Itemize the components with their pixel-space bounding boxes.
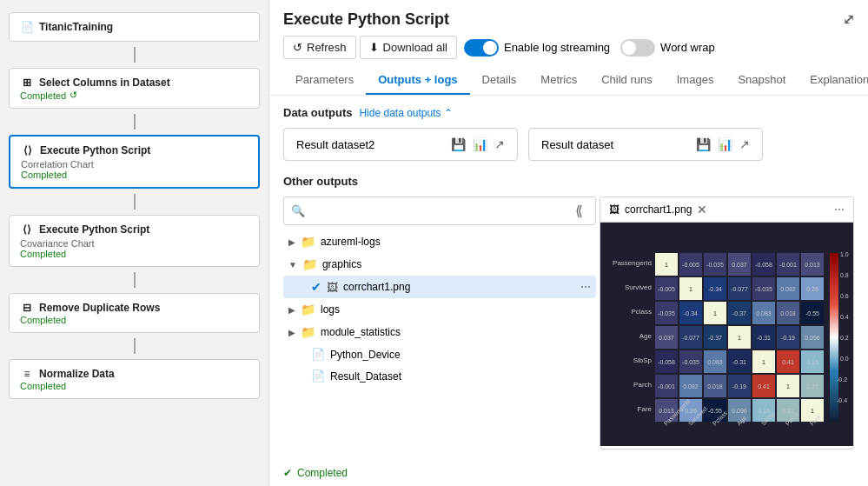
svg-text:0.22: 0.22 (782, 408, 794, 414)
connector (9, 192, 260, 211)
tab-outputs-logs[interactable]: Outputs + logs (366, 66, 469, 95)
download-icon: ⬇ (369, 41, 379, 54)
panel-header: Execute Python Script ⤢ ↺ Refresh ⬇ Down… (269, 0, 868, 96)
preview-close-button[interactable]: ✕ (697, 203, 707, 216)
tab-parameters[interactable]: Parameters (283, 66, 366, 95)
svg-text:0.41: 0.41 (782, 359, 794, 365)
word-wrap-toggle[interactable]: Word wrap (620, 39, 715, 57)
connector (9, 112, 260, 131)
collapse-button[interactable]: ⟪ (570, 201, 588, 221)
tab-explanations[interactable]: Explanations (preview) (798, 66, 868, 95)
folder-label: logs (321, 303, 340, 316)
log-streaming-toggle[interactable]: Enable log streaming (464, 39, 610, 57)
panel-title-row: Execute Python Script ⤢ (283, 10, 854, 29)
preview-panel: 🖼 corrchart1.png ✕ ⋯ PassengerId Survive… (600, 196, 854, 449)
file-tree-search[interactable]: 🔍 ⟪ (283, 196, 596, 225)
folder-azureml-logs[interactable]: ▶ 📁 azureml-logs (283, 230, 596, 253)
node-titanic-training[interactable]: 📄 TitanicTraining (9, 12, 260, 42)
export-icon[interactable]: ↗ (739, 137, 750, 151)
svg-text:-0.31: -0.31 (732, 359, 746, 365)
tab-snapshot[interactable]: Snapshot (726, 66, 798, 95)
log-streaming-switch[interactable] (464, 39, 499, 57)
image-file-icon: 🖼 (609, 203, 620, 216)
refresh-label: Refresh (307, 41, 347, 54)
svg-text:0.4: 0.4 (840, 314, 849, 320)
export-icon[interactable]: ↗ (494, 137, 505, 151)
svg-text:-0.001: -0.001 (779, 262, 797, 268)
node-execute-python-2[interactable]: ⟨⟩ Execute Python Script Covariance Char… (9, 215, 260, 267)
svg-text:-0.005: -0.005 (682, 262, 699, 268)
svg-text:0.26: 0.26 (806, 286, 818, 292)
tab-metrics[interactable]: Metrics (528, 66, 589, 95)
tab-child-runs[interactable]: Child runs (589, 66, 665, 95)
node-normalize-data[interactable]: ≡ Normalize Data Completed (9, 359, 260, 399)
svg-text:-0.058: -0.058 (658, 359, 675, 365)
data-outputs-title: Data outputs (283, 106, 352, 119)
svg-text:0.083: 0.083 (707, 359, 723, 365)
panel-title: Execute Python Script (283, 10, 449, 29)
svg-text:0.018: 0.018 (707, 383, 723, 389)
svg-text:1: 1 (786, 383, 790, 389)
chevron-right-icon: ▶ (288, 237, 295, 247)
node-title: Execute Python Script (39, 223, 149, 236)
node-subtitle: Covariance Chart (20, 238, 248, 249)
folder-logs[interactable]: ▶ 📁 logs (283, 298, 596, 321)
titanic-training-icon: 📄 (20, 20, 34, 34)
svg-text:0.8: 0.8 (840, 272, 849, 278)
file-label: Result_Dataset (330, 370, 401, 383)
svg-text:-0.37: -0.37 (708, 335, 722, 341)
node-title: Execute Python Script (40, 144, 150, 156)
word-wrap-switch[interactable] (620, 39, 655, 57)
save-icon[interactable]: 💾 (451, 137, 466, 151)
svg-text:-0.001: -0.001 (658, 383, 675, 389)
svg-text:-0.4: -0.4 (837, 397, 847, 403)
preview-more-icon[interactable]: ⋯ (834, 203, 845, 216)
python-script-icon-1: ⟨⟩ (21, 143, 35, 157)
save-icon[interactable]: 💾 (696, 137, 711, 151)
svg-text:-0.2: -0.2 (837, 376, 847, 383)
svg-text:0.018: 0.018 (780, 310, 796, 316)
other-outputs-section: 🔍 ⟪ ▶ 📁 azureml-logs ▼ 📁 graphics (283, 196, 854, 449)
output-card-label: Result dataset (541, 138, 613, 151)
svg-text:Fare: Fare (637, 405, 652, 413)
folder-label: graphics (322, 258, 361, 270)
chart-icon[interactable]: 📊 (473, 137, 487, 151)
node-status: Completed (21, 170, 248, 180)
status-check-icon: ✔ (283, 467, 292, 479)
svg-text:0.083: 0.083 (756, 310, 772, 316)
node-title: Select Columns in Dataset (39, 77, 170, 89)
chart-icon[interactable]: 📊 (718, 137, 732, 151)
svg-text:Age: Age (639, 332, 652, 340)
search-input[interactable] (310, 205, 565, 217)
file-python-device[interactable]: 📄 Python_Device (283, 343, 596, 365)
connector (9, 45, 260, 64)
file-label: corrchart1.png (343, 281, 410, 293)
output-card-dataset[interactable]: Result dataset 💾 📊 ↗ (528, 128, 763, 161)
tab-details[interactable]: Details (470, 66, 529, 95)
download-all-button[interactable]: ⬇ Download all (360, 36, 457, 59)
file-result-dataset[interactable]: 📄 Result_Dataset (283, 365, 596, 387)
connector (9, 336, 260, 356)
refresh-button[interactable]: ↺ Refresh (283, 36, 356, 59)
more-options-icon[interactable]: ⋯ (580, 281, 591, 293)
folder-module-statistics[interactable]: ▶ 📁 module_statistics (283, 321, 596, 343)
folder-graphics[interactable]: ▼ 📁 graphics (283, 253, 596, 276)
node-select-columns[interactable]: ⊞ Select Columns in Dataset Completed ↺ (9, 68, 260, 109)
svg-text:0.22: 0.22 (806, 383, 818, 389)
svg-text:-0.19: -0.19 (732, 383, 746, 389)
svg-text:1: 1 (665, 262, 668, 268)
expand-icon[interactable]: ⤢ (843, 11, 854, 28)
svg-text:-0.31: -0.31 (757, 335, 771, 341)
download-label: Download all (383, 41, 447, 54)
svg-text:1: 1 (738, 335, 741, 341)
file-corrchart1[interactable]: ✔ 🖼 corrchart1.png ⋯ (283, 276, 596, 298)
tab-images[interactable]: Images (665, 66, 726, 95)
node-remove-duplicate[interactable]: ⊟ Remove Duplicate Rows Completed (9, 293, 260, 333)
node-execute-python-1[interactable]: ⟨⟩ Execute Python Script Correlation Cha… (9, 135, 260, 189)
svg-text:1.0: 1.0 (840, 251, 849, 257)
hide-data-outputs-link[interactable]: Hide data outputs ⌃ (359, 107, 452, 119)
output-card-dataset2[interactable]: Result dataset2 💾 📊 ↗ (283, 128, 518, 161)
file-tree: 🔍 ⟪ ▶ 📁 azureml-logs ▼ 📁 graphics (283, 196, 596, 449)
svg-text:Pclass: Pclass (631, 308, 652, 316)
node-status: Completed (20, 249, 248, 259)
